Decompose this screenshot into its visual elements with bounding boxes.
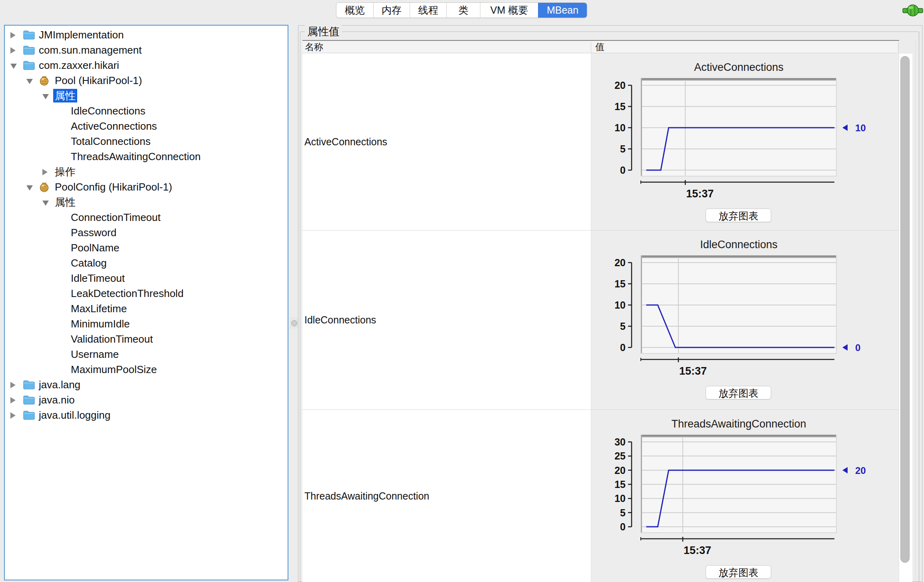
tree-node-label: JMImplementation bbox=[37, 28, 125, 42]
chart-current-value: 0 bbox=[855, 342, 860, 353]
y-tick-label: 30 bbox=[614, 436, 626, 448]
tab-threads[interactable]: 线程 bbox=[410, 3, 446, 18]
mbean-icon bbox=[39, 182, 51, 192]
folder-icon bbox=[23, 379, 35, 390]
tree-node-label: com.sun.management bbox=[37, 43, 143, 57]
disclosure-triangle[interactable] bbox=[42, 201, 49, 206]
vertical-scrollbar-thumb[interactable] bbox=[900, 56, 910, 563]
discard-chart-button[interactable]: 放弃图表 bbox=[706, 209, 771, 222]
tree-node-password[interactable]: Password bbox=[5, 225, 287, 240]
tree-node-label: Password bbox=[69, 226, 118, 239]
attribute-table: 名称 值 ActiveConnections ActiveConnections… bbox=[302, 40, 899, 582]
tree-node-activeconnections[interactable]: ActiveConnections bbox=[5, 118, 287, 134]
disclosure-triangle[interactable] bbox=[10, 64, 17, 69]
tree-node-connectiontimeout[interactable]: ConnectionTimeout bbox=[5, 210, 287, 225]
disclosure-triangle[interactable] bbox=[26, 185, 33, 191]
disclosure-triangle[interactable] bbox=[26, 79, 33, 84]
tree-node-label: Username bbox=[69, 347, 120, 361]
tree-node-jmimplementation[interactable]: JMImplementation bbox=[5, 27, 287, 42]
column-header-value[interactable]: 值 bbox=[595, 41, 604, 53]
tree-node-totalconnections[interactable]: TotalConnections bbox=[5, 134, 287, 149]
tree-node-idleconnections[interactable]: IdleConnections bbox=[5, 103, 287, 118]
tree-node-label: 属性 bbox=[53, 195, 77, 209]
attribute-value-cell: IdleConnections05101520015:37 放弃图表 bbox=[591, 231, 899, 409]
y-tick-label: 10 bbox=[614, 493, 626, 504]
folder-icon bbox=[23, 60, 35, 70]
attribute-name-cell: ActiveConnections bbox=[302, 53, 591, 230]
tree-node--[interactable]: 属性 bbox=[5, 195, 287, 210]
y-tick-label: 10 bbox=[614, 299, 626, 311]
divider-grip-dot bbox=[291, 320, 297, 326]
discard-chart-button[interactable]: 放弃图表 bbox=[706, 386, 771, 399]
tree-node-idletimeout[interactable]: IdleTimeout bbox=[5, 271, 287, 286]
y-tick-label: 5 bbox=[620, 143, 626, 155]
tree-node-pool-hikaripool-1-[interactable]: Pool (HikariPool-1) bbox=[5, 73, 287, 88]
folder-icon bbox=[23, 30, 35, 40]
tree-node-label: 操作 bbox=[53, 165, 77, 179]
tab-mbean[interactable]: MBean bbox=[538, 3, 587, 18]
tree-node-minimumidle[interactable]: MinimumIdle bbox=[5, 316, 287, 331]
tree-node-maximumpoolsize[interactable]: MaximumPoolSize bbox=[5, 362, 287, 377]
jconsole-window: 概览内存线程类VM 概要MBean JMImplementationcom.su… bbox=[0, 0, 924, 582]
tree-node-label: MaxLifetime bbox=[69, 302, 128, 315]
tab-vm-summary[interactable]: VM 概要 bbox=[480, 3, 538, 18]
tree-node-label: TotalConnections bbox=[69, 134, 152, 148]
y-tick-label: 20 bbox=[614, 80, 626, 91]
disclosure-triangle[interactable] bbox=[10, 412, 16, 419]
chart-x-tick-label: 15:37 bbox=[684, 544, 711, 556]
tree-node-username[interactable]: Username bbox=[5, 347, 287, 362]
table-row[interactable]: ThreadsAwaitingConnection ThreadsAwaitin… bbox=[302, 410, 899, 582]
disclosure-triangle[interactable] bbox=[10, 47, 16, 54]
splitpane-divider[interactable] bbox=[289, 25, 299, 582]
chart-title: ThreadsAwaitingConnection bbox=[671, 418, 806, 430]
y-tick-label: 15 bbox=[614, 479, 626, 490]
tab-overview[interactable]: 概览 bbox=[336, 3, 373, 18]
y-tick-label: 5 bbox=[620, 321, 626, 332]
y-tick-label: 20 bbox=[614, 257, 626, 268]
tree-node-validationtimeout[interactable]: ValidationTimeout bbox=[5, 331, 287, 347]
tree-node-java-nio[interactable]: java.nio bbox=[5, 392, 287, 407]
disclosure-triangle[interactable] bbox=[10, 397, 16, 403]
y-tick-label: 0 bbox=[620, 342, 626, 353]
attribute-chart: IdleConnections05101520015:37 bbox=[591, 231, 899, 410]
tree-node-java-lang[interactable]: java.lang bbox=[5, 377, 287, 392]
disclosure-triangle[interactable] bbox=[10, 382, 16, 388]
y-tick-label: 0 bbox=[620, 521, 626, 532]
tree-node-poolconfig-hikaripool-1-[interactable]: PoolConfig (HikariPool-1) bbox=[5, 179, 287, 195]
attribute-name-cell: IdleConnections bbox=[302, 231, 591, 409]
tab-bar: 概览内存线程类VM 概要MBean bbox=[336, 2, 587, 18]
table-row[interactable]: IdleConnections IdleConnections051015200… bbox=[302, 231, 899, 410]
tree-node--[interactable]: 操作 bbox=[5, 164, 287, 179]
attribute-value-cell: ActiveConnections051015201015:37 放弃图表 bbox=[591, 53, 899, 230]
tree-node-label: java.lang bbox=[37, 378, 82, 391]
splitpane-divider-handle[interactable] bbox=[290, 317, 298, 329]
tree-node-catalog[interactable]: Catalog bbox=[5, 255, 287, 271]
tab-classes[interactable]: 类 bbox=[446, 3, 480, 18]
folder-icon bbox=[23, 410, 35, 420]
tree-node-poolname[interactable]: PoolName bbox=[5, 240, 287, 255]
disclosure-triangle[interactable] bbox=[10, 32, 16, 38]
disclosure-triangle[interactable] bbox=[42, 94, 49, 99]
tree-node-label: ConnectionTimeout bbox=[69, 211, 162, 224]
column-end-separator bbox=[898, 42, 899, 52]
attribute-table-body: ActiveConnections ActiveConnections05101… bbox=[302, 53, 899, 582]
chart-x-tick-label: 15:37 bbox=[679, 365, 707, 377]
tree-node-com-sun-management[interactable]: com.sun.management bbox=[5, 42, 287, 58]
column-header-name[interactable]: 名称 bbox=[305, 41, 323, 53]
tree-node-com-zaxxer-hikari[interactable]: com.zaxxer.hikari bbox=[5, 58, 287, 73]
tree-node--[interactable]: 属性 bbox=[5, 88, 287, 103]
attribute-table-header: 名称 值 bbox=[302, 40, 899, 53]
tab-memory[interactable]: 内存 bbox=[373, 3, 410, 18]
discard-chart-button[interactable]: 放弃图表 bbox=[706, 565, 771, 579]
table-row[interactable]: ActiveConnections ActiveConnections05101… bbox=[302, 53, 899, 231]
attribute-chart: ThreadsAwaitingConnection051015202530201… bbox=[591, 410, 899, 582]
column-separator[interactable] bbox=[591, 42, 591, 52]
tree-node-maxlifetime[interactable]: MaxLifetime bbox=[5, 301, 287, 316]
tree-node-threadsawaitingconnection[interactable]: ThreadsAwaitingConnection bbox=[5, 149, 287, 164]
attribute-group-title: 属性值 bbox=[305, 25, 342, 38]
tree-node-java-util-logging[interactable]: java.util.logging bbox=[5, 407, 287, 423]
chart-title: IdleConnections bbox=[700, 239, 778, 251]
disclosure-triangle[interactable] bbox=[42, 169, 48, 175]
tree-node-label: Pool (HikariPool-1) bbox=[53, 74, 144, 87]
tree-node-leakdetectionthreshold[interactable]: LeakDetectionThreshold bbox=[5, 286, 287, 301]
